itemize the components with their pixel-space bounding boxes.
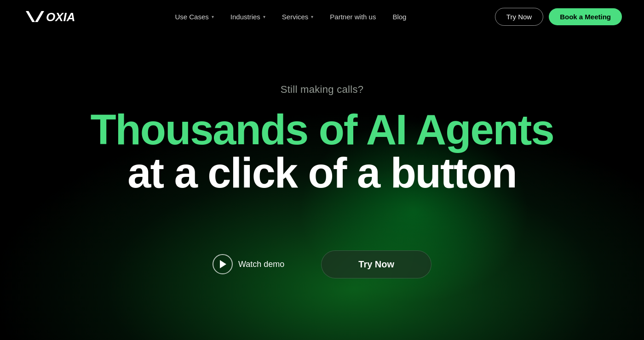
watch-demo-button[interactable]: Watch demo bbox=[213, 254, 284, 274]
book-meeting-button[interactable]: Book a Meeting bbox=[549, 8, 622, 25]
try-now-button[interactable]: Try Now bbox=[495, 8, 543, 26]
hero-title-line1: Thousands of AI Agents bbox=[90, 108, 553, 151]
nav-blog[interactable]: Blog bbox=[385, 9, 414, 24]
navbar: OXIA Use Cases ▾ Industries ▾ Services ▾… bbox=[0, 0, 644, 33]
nav-services[interactable]: Services ▾ bbox=[275, 9, 321, 24]
cta-row: Watch demo Try Now bbox=[213, 250, 431, 278]
hero-try-now-button[interactable]: Try Now bbox=[321, 250, 431, 278]
play-icon bbox=[213, 254, 233, 274]
chevron-down-icon: ▾ bbox=[311, 14, 313, 19]
play-triangle-icon bbox=[220, 260, 226, 268]
nav-links: Use Cases ▾ Industries ▾ Services ▾ Part… bbox=[105, 9, 477, 24]
chevron-down-icon: ▾ bbox=[212, 14, 214, 19]
logo[interactable]: OXIA bbox=[22, 7, 86, 26]
nav-partner[interactable]: Partner with us bbox=[322, 9, 383, 24]
svg-text:OXIA: OXIA bbox=[46, 10, 75, 24]
hero-title-line2: at a click of a button bbox=[127, 151, 516, 195]
nav-use-cases[interactable]: Use Cases ▾ bbox=[167, 9, 221, 24]
chevron-down-icon: ▾ bbox=[263, 14, 265, 19]
hero-subtitle: Still making calls? bbox=[281, 84, 364, 96]
nav-actions: Try Now Book a Meeting bbox=[495, 8, 622, 26]
hero-section: Still making calls? Thousands of AI Agen… bbox=[0, 33, 644, 278]
nav-industries[interactable]: Industries ▾ bbox=[223, 9, 273, 24]
